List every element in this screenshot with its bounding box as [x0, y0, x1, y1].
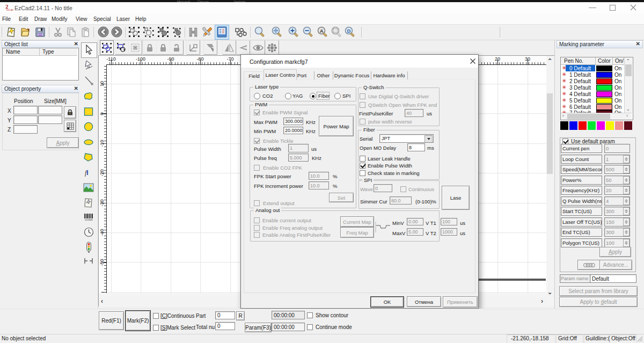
svg-text:EZCAD: EZCAD — [6, 9, 13, 11]
svg-text:A: A — [320, 28, 324, 34]
svg-text:012345: 012345 — [85, 218, 93, 221]
svg-text:D: D — [347, 28, 351, 34]
